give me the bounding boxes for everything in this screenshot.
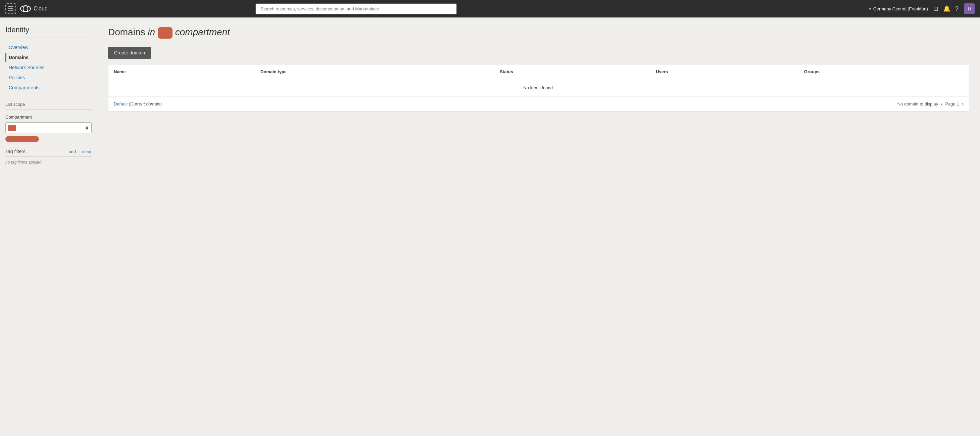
sidebar-item-compartments[interactable]: Compartments — [5, 83, 92, 93]
sidebar-item-network-sources[interactable]: Network Sources — [5, 63, 92, 72]
topnav: Cloud ▾ Germany Central (Frankfurt) ⊡ 🔔 … — [0, 0, 980, 18]
page-title-in: in — [148, 27, 158, 37]
tag-filters-title: Tag filters — [5, 149, 25, 154]
compartment-select-wrap — [5, 122, 92, 133]
tag-filters-separator: | — [78, 149, 80, 154]
footer-domain-link-area: Default (Current domain) — [114, 101, 162, 107]
page-label: Page 1 — [945, 101, 959, 107]
create-domain-button[interactable]: Create domain — [108, 47, 151, 59]
table-footer: Default (Current domain) No domain to di… — [108, 97, 969, 111]
col-name: Name — [108, 64, 255, 79]
table-header: Name Domain type Status Users Groups — [108, 64, 969, 79]
svg-point-0 — [21, 6, 30, 12]
topnav-right: ▾ Germany Central (Frankfurt) ⊡ 🔔 ? U — [869, 3, 975, 14]
col-users: Users — [651, 64, 799, 79]
sidebar-title: Identity — [5, 26, 92, 34]
tag-filters-actions: add | clear — [68, 149, 92, 154]
table-body: No items found. — [108, 79, 969, 96]
page-title-suffix: compartment — [175, 27, 230, 37]
list-scope-title: List scope — [5, 102, 92, 107]
tag-filters-header: Tag filters add | clear — [5, 149, 92, 154]
prev-page-button[interactable]: ‹ — [941, 101, 942, 107]
no-domain-text: No domain to display — [897, 101, 938, 107]
tag-filters-add-link[interactable]: add — [68, 149, 76, 154]
sidebar-nav: Overview Domains Network Sources Policie… — [5, 43, 92, 93]
region-label: Germany Central (Frankfurt) — [873, 6, 928, 11]
logo-text: Cloud — [33, 6, 48, 12]
logo: Cloud — [20, 5, 48, 12]
compartment-label: Compartment — [5, 115, 92, 120]
default-domain-link[interactable]: Default — [114, 101, 127, 107]
table-empty-row: No items found. — [108, 79, 969, 96]
help-icon[interactable]: ? — [955, 5, 959, 13]
col-domain-type: Domain type — [255, 64, 494, 79]
topnav-icons: ⊡ 🔔 ? — [933, 5, 959, 13]
page-header: Domains in compartment — [108, 27, 969, 38]
tag-filters-clear-link[interactable]: clear — [82, 149, 92, 154]
layout: Identity Overview Domains Network Source… — [0, 18, 980, 436]
page-title: Domains in compartment — [108, 27, 230, 38]
pagination: No domain to display ‹ Page 1 › — [897, 101, 964, 107]
domains-table: Name Domain type Status Users Groups No … — [108, 64, 969, 97]
menu-button[interactable] — [5, 3, 16, 14]
bell-icon[interactable]: 🔔 — [943, 5, 950, 13]
main-content: Domains in compartment Create domain Nam… — [97, 18, 980, 436]
tag-filters-empty: no tag filters applied — [5, 160, 92, 164]
sidebar: Identity Overview Domains Network Source… — [0, 18, 97, 436]
empty-message: No items found. — [108, 79, 969, 96]
sidebar-item-domains[interactable]: Domains — [5, 53, 92, 62]
monitor-icon[interactable]: ⊡ — [933, 5, 939, 13]
compartment-title-icon — [158, 27, 172, 38]
next-page-button[interactable]: › — [962, 101, 964, 107]
page-title-prefix: Domains — [108, 27, 145, 37]
col-status: Status — [494, 64, 651, 79]
col-groups: Groups — [799, 64, 969, 79]
compartment-icon — [8, 125, 16, 131]
compartment-bar — [5, 136, 39, 142]
search-input[interactable] — [255, 3, 457, 14]
sidebar-item-policies[interactable]: Policies — [5, 73, 92, 82]
svg-point-1 — [23, 6, 28, 12]
region-selector[interactable]: ▾ Germany Central (Frankfurt) — [869, 6, 928, 11]
avatar[interactable]: U — [964, 3, 975, 14]
sidebar-item-overview[interactable]: Overview — [5, 43, 92, 52]
compartment-select[interactable] — [5, 122, 92, 133]
domains-table-container: Name Domain type Status Users Groups No … — [108, 64, 969, 112]
search-bar[interactable] — [255, 3, 457, 14]
current-domain-text: (Current domain) — [129, 101, 162, 107]
